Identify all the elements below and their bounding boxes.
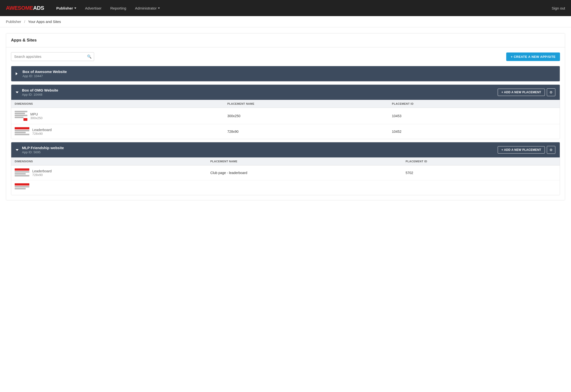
settings-button-3[interactable]: ⚙ <box>547 146 555 154</box>
breadcrumb: Publisher / Your Apps and Sites <box>0 16 571 27</box>
ad-preview-leaderboard <box>15 127 29 136</box>
placement-id-cell: 10452 <box>388 124 526 139</box>
apps-sites-card: Apps & Sites 🔍 + CREATE A NEW APP/SITE B… <box>6 33 565 200</box>
table-row: Leaderboard 728x90 Club page - leaderboa… <box>11 166 560 180</box>
table-header-row: DIMENSIONS PLACEMENT NAME PLACEMENT ID <box>11 157 560 166</box>
placement-id-partial <box>402 180 529 195</box>
app-header-1[interactable]: Box of Awesome Website App ID: 10447 <box>11 66 560 81</box>
nav-administrator[interactable]: Administrator <box>131 0 164 16</box>
dim-cell: Leaderboard 728x90 <box>11 124 224 139</box>
nav-advertiser[interactable]: Advertiser <box>81 0 106 16</box>
app-header-2[interactable]: Box of OMG Website App ID: 10448 + ADD A… <box>11 85 560 100</box>
breadcrumb-separator: / <box>24 20 25 24</box>
search-input-wrap: 🔍 <box>11 52 94 61</box>
app-section-1: Box of Awesome Website App ID: 10447 <box>11 66 560 82</box>
col-actions <box>526 100 560 108</box>
add-placement-button-2[interactable]: + ADD A NEW PLACEMENT <box>498 89 545 96</box>
brand-awesome: AWESOME <box>6 5 33 11</box>
placement-name-cell: 300x250 <box>224 108 388 124</box>
ad-preview-partial <box>15 183 29 192</box>
nav-menu: Publisher Advertiser Reporting Administr… <box>52 0 552 16</box>
table-row-partial <box>11 180 560 195</box>
placement-actions-cell <box>529 166 560 180</box>
dim-type: MPU <box>30 112 43 116</box>
col-dimensions: DIMENSIONS <box>11 157 207 166</box>
placement-name-partial <box>207 180 402 195</box>
placement-name-cell: Club page - leaderboard <box>207 166 402 180</box>
nav-reporting[interactable]: Reporting <box>106 0 131 16</box>
settings-button-2[interactable]: ⚙ <box>547 88 555 96</box>
navbar: AWESOMEADS Publisher Advertiser Reportin… <box>0 0 571 16</box>
app-name-3: MLP Friendship website <box>22 146 498 150</box>
dim-size: 300x250 <box>30 116 43 120</box>
dim-type: Leaderboard <box>32 128 52 132</box>
brand-logo[interactable]: AWESOMEADS <box>6 5 44 11</box>
dim-cell-partial <box>11 180 207 195</box>
search-bar: 🔍 + CREATE A NEW APP/SITE <box>11 52 560 61</box>
chevron-down-icon <box>158 8 160 9</box>
app-info-3: MLP Friendship website App ID: 5695 <box>22 146 498 154</box>
app-id-2: App ID: 10448 <box>22 93 498 97</box>
card-title: Apps & Sites <box>11 38 560 43</box>
app-section-2: Box of OMG Website App ID: 10448 + ADD A… <box>11 84 560 139</box>
col-placement-name: PLACEMENT NAME <box>224 100 388 108</box>
dim-size: 728x90 <box>32 132 52 136</box>
collapse-icon[interactable] <box>16 92 19 93</box>
dim-cell: Leaderboard 728x90 <box>11 166 207 180</box>
col-placement-name: PLACEMENT NAME <box>207 157 402 166</box>
placement-actions-cell <box>526 108 560 124</box>
card-body: 🔍 + CREATE A NEW APP/SITE Box of Awesome… <box>6 47 565 200</box>
col-placement-id: PLACEMENT ID <box>402 157 529 166</box>
brand-ads: ADS <box>33 5 44 11</box>
app-name-1: Box of Awesome Website <box>22 70 555 74</box>
search-icon[interactable]: 🔍 <box>87 55 92 59</box>
chevron-down-icon <box>74 8 76 9</box>
ad-preview-leaderboard <box>15 168 29 177</box>
placement-actions-cell <box>526 124 560 139</box>
placements-table-2: DIMENSIONS PLACEMENT NAME PLACEMENT ID <box>11 100 560 139</box>
placement-id-cell: 10453 <box>388 108 526 124</box>
app-section-3: MLP Friendship website App ID: 5695 + AD… <box>11 142 560 195</box>
placement-name-cell: 728x90 <box>224 124 388 139</box>
app-id-3: App ID: 5695 <box>22 150 498 154</box>
app-name-2: Box of OMG Website <box>22 88 498 92</box>
breadcrumb-parent[interactable]: Publisher <box>6 20 21 24</box>
main-content: Apps & Sites 🔍 + CREATE A NEW APP/SITE B… <box>0 27 571 206</box>
app-actions-2: + ADD A NEW PLACEMENT ⚙ <box>498 88 555 96</box>
col-actions <box>529 157 560 166</box>
app-id-1: App ID: 10447 <box>22 74 555 78</box>
ad-preview-mpu <box>15 111 27 121</box>
placement-actions-partial <box>529 180 560 195</box>
sign-out-button[interactable]: Sign out <box>552 6 565 10</box>
app-header-3[interactable]: MLP Friendship website App ID: 5695 + AD… <box>11 142 560 157</box>
app-actions-3: + ADD A NEW PLACEMENT ⚙ <box>498 146 555 154</box>
col-dimensions: DIMENSIONS <box>11 100 224 108</box>
placement-id-cell: 5702 <box>402 166 529 180</box>
card-header: Apps & Sites <box>6 33 565 47</box>
create-app-site-button[interactable]: + CREATE A NEW APP/SITE <box>506 53 560 61</box>
nav-publisher[interactable]: Publisher <box>52 0 80 16</box>
dim-cell: MPU 300x250 <box>11 108 224 124</box>
app-info-1: Box of Awesome Website App ID: 10447 <box>22 70 555 78</box>
dim-size: 728x90 <box>32 173 52 177</box>
collapse-icon[interactable] <box>16 149 19 151</box>
dim-type: Leaderboard <box>32 169 52 173</box>
table-header-row: DIMENSIONS PLACEMENT NAME PLACEMENT ID <box>11 100 560 108</box>
expand-icon[interactable] <box>16 72 19 75</box>
app-info-2: Box of OMG Website App ID: 10448 <box>22 88 498 97</box>
breadcrumb-current: Your Apps and Sites <box>28 20 61 24</box>
table-row: MPU 300x250 300x250 10453 <box>11 108 560 124</box>
search-input[interactable] <box>11 52 94 61</box>
col-placement-id: PLACEMENT ID <box>388 100 526 108</box>
table-row: Leaderboard 728x90 728x90 10452 <box>11 124 560 139</box>
placements-table-3: DIMENSIONS PLACEMENT NAME PLACEMENT ID <box>11 157 560 195</box>
add-placement-button-3[interactable]: + ADD A NEW PLACEMENT <box>498 146 545 154</box>
